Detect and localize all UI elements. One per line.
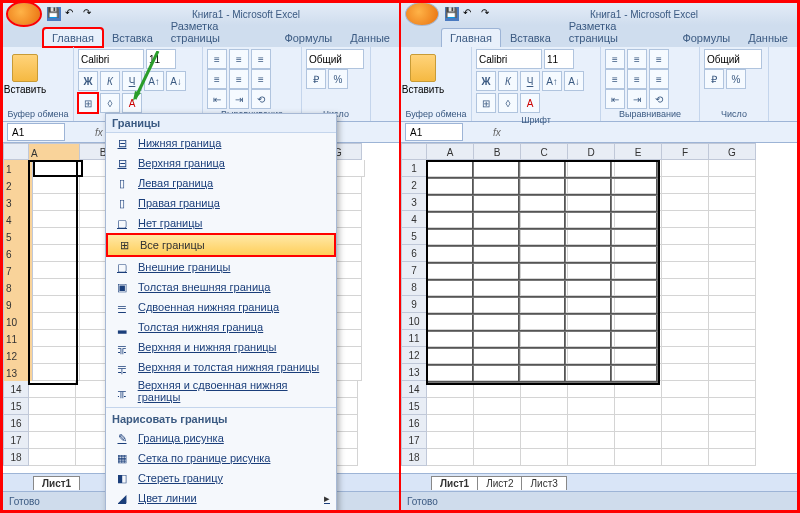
cell[interactable]: [427, 177, 474, 194]
indent-inc-button[interactable]: ⇥: [229, 89, 249, 109]
cell[interactable]: [615, 364, 662, 381]
cell[interactable]: [662, 313, 709, 330]
borders-menu-item[interactable]: ◧Стереть границу: [106, 468, 336, 488]
row-header[interactable]: 5: [401, 228, 427, 245]
name-box[interactable]: A1: [7, 123, 65, 141]
name-box[interactable]: A1: [405, 123, 463, 141]
borders-button[interactable]: ⊞: [78, 93, 98, 113]
row-header[interactable]: 15: [3, 398, 29, 415]
cell[interactable]: [427, 245, 474, 262]
cell[interactable]: [568, 211, 615, 228]
cell[interactable]: [33, 313, 80, 330]
office-button[interactable]: [7, 3, 41, 26]
sheet-tab-1[interactable]: Лист1: [431, 476, 478, 490]
cell[interactable]: [521, 364, 568, 381]
cell[interactable]: [709, 313, 756, 330]
cell[interactable]: [662, 398, 709, 415]
cell[interactable]: [662, 296, 709, 313]
cell[interactable]: [521, 194, 568, 211]
cell[interactable]: [568, 194, 615, 211]
borders-button[interactable]: ⊞: [476, 93, 496, 113]
cell[interactable]: [662, 449, 709, 466]
tab-home[interactable]: Главная: [43, 28, 103, 47]
cell[interactable]: [615, 211, 662, 228]
percent-button[interactable]: %: [328, 69, 348, 89]
row-header[interactable]: 11: [401, 330, 427, 347]
borders-menu-item[interactable]: ◢Цвет линии▸: [106, 488, 336, 508]
cell[interactable]: [662, 330, 709, 347]
cell[interactable]: [709, 228, 756, 245]
cell[interactable]: [568, 415, 615, 432]
cell[interactable]: [662, 347, 709, 364]
cell[interactable]: [474, 279, 521, 296]
row-header[interactable]: 17: [401, 432, 427, 449]
cell[interactable]: [709, 160, 756, 177]
borders-menu-item[interactable]: ▢Нет границы: [106, 213, 336, 233]
tab-formulas[interactable]: Формулы: [275, 28, 341, 47]
sheet-tab-3[interactable]: Лист3: [521, 476, 566, 490]
row-header[interactable]: 17: [3, 432, 29, 449]
borders-menu-item[interactable]: ⊟Верхняя граница: [106, 153, 336, 173]
row-header[interactable]: 15: [401, 398, 427, 415]
borders-menu-item[interactable]: ▯Правая граница: [106, 193, 336, 213]
cell[interactable]: [568, 296, 615, 313]
cell[interactable]: [615, 330, 662, 347]
borders-menu-item[interactable]: ═Сдвоенная нижняя граница: [106, 297, 336, 317]
cell[interactable]: [427, 364, 474, 381]
row-header[interactable]: 4: [401, 211, 427, 228]
col-header[interactable]: C: [521, 143, 568, 160]
cell[interactable]: [474, 177, 521, 194]
cell[interactable]: [33, 279, 80, 296]
row-header[interactable]: 3: [401, 194, 427, 211]
cell[interactable]: [29, 415, 76, 432]
cell[interactable]: [709, 279, 756, 296]
underline-button[interactable]: Ч: [122, 71, 142, 91]
tab-formulas[interactable]: Формулы: [673, 28, 739, 47]
cell[interactable]: [615, 245, 662, 262]
sheet-tab-1[interactable]: Лист1: [33, 476, 80, 490]
cell[interactable]: [615, 296, 662, 313]
cell[interactable]: [568, 347, 615, 364]
cell[interactable]: [427, 279, 474, 296]
cell[interactable]: [615, 347, 662, 364]
cell[interactable]: [662, 194, 709, 211]
col-header[interactable]: G: [709, 143, 756, 160]
cell[interactable]: [33, 330, 80, 347]
borders-menu-item[interactable]: ╥Верхняя и сдвоенная нижняя границы: [106, 377, 336, 405]
cell[interactable]: [615, 398, 662, 415]
tab-data[interactable]: Данные: [739, 28, 797, 47]
office-button[interactable]: [405, 3, 439, 26]
cell[interactable]: [662, 211, 709, 228]
cell[interactable]: [33, 194, 80, 211]
cell[interactable]: [521, 296, 568, 313]
borders-menu-item[interactable]: ✎Граница рисунка: [106, 428, 336, 448]
cell[interactable]: [474, 347, 521, 364]
cell[interactable]: [568, 262, 615, 279]
align-bot-button[interactable]: ≡: [251, 49, 271, 69]
cell[interactable]: [568, 432, 615, 449]
cell[interactable]: [615, 228, 662, 245]
cell[interactable]: [709, 432, 756, 449]
cell[interactable]: [474, 313, 521, 330]
cell[interactable]: [615, 432, 662, 449]
tab-insert[interactable]: Вставка: [103, 28, 162, 47]
cell[interactable]: [427, 211, 474, 228]
cell[interactable]: [474, 330, 521, 347]
cell[interactable]: [427, 160, 474, 177]
cell[interactable]: [521, 228, 568, 245]
cell[interactable]: [474, 211, 521, 228]
cell[interactable]: [427, 347, 474, 364]
row-header[interactable]: 1: [401, 160, 427, 177]
row-header[interactable]: 16: [3, 415, 29, 432]
cell[interactable]: [474, 415, 521, 432]
cell[interactable]: [709, 347, 756, 364]
worksheet-grid[interactable]: ABCDEFG123456789101112131415161718: [401, 143, 797, 473]
borders-menu-item[interactable]: ▯Левая граница: [106, 173, 336, 193]
borders-menu-item[interactable]: ▂Толстая нижняя граница: [106, 317, 336, 337]
cell[interactable]: [568, 228, 615, 245]
align-left-button[interactable]: ≡: [207, 69, 227, 89]
cell[interactable]: [33, 347, 80, 364]
cell[interactable]: [615, 262, 662, 279]
cell[interactable]: [33, 228, 80, 245]
borders-menu-item[interactable]: ▦Сетка по границе рисунка: [106, 448, 336, 468]
